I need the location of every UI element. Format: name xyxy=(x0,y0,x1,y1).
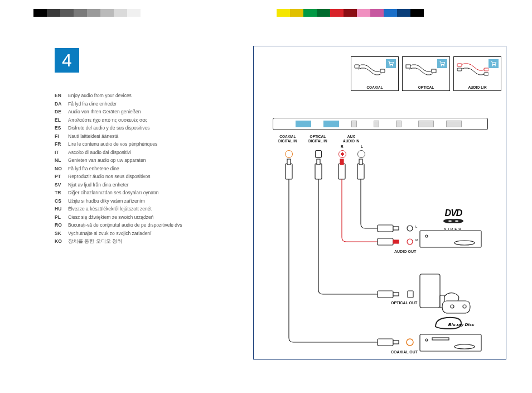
language-row: SKVychutnajte si zvuk zo svojich zariade… xyxy=(55,229,244,238)
svg-rect-36 xyxy=(440,295,444,308)
svg-rect-19 xyxy=(317,159,320,165)
svg-rect-26 xyxy=(357,164,364,179)
language-list: ENEnjoy audio from your devicesDAFå lyd … xyxy=(55,92,244,246)
optical-jack xyxy=(315,150,322,158)
language-text: Genieten van audio op uw apparaten xyxy=(68,156,146,165)
language-row: NLGenieten van audio op uw apparaten xyxy=(55,156,244,165)
language-code: EN xyxy=(55,92,68,100)
cart-icon xyxy=(437,59,447,68)
colorbar-swatch xyxy=(114,9,127,17)
cable-box-label: COAXIAL xyxy=(351,85,398,89)
language-code: SK xyxy=(55,229,68,238)
svg-rect-35 xyxy=(420,274,440,308)
svg-point-42 xyxy=(425,339,428,341)
colorbar-swatch xyxy=(60,9,74,17)
language-text: Užijte si hudbu díky vašim zařízením xyxy=(68,197,145,205)
language-row: SVNjut av ljud från dina enheter xyxy=(55,181,244,189)
cable-type-boxes: COAXIALOPTICALAUDIO L/R xyxy=(351,56,501,91)
language-code: FR xyxy=(55,140,68,148)
cart-icon xyxy=(386,59,396,68)
language-text: Reproduzir áudio nos seus dispositivos xyxy=(68,172,150,181)
svg-rect-22 xyxy=(338,164,345,179)
colorbar-swatch xyxy=(344,9,357,17)
cable-illustration xyxy=(456,60,489,82)
optical-out-label: OPTICAL OUT xyxy=(391,301,417,305)
colorbar-swatch xyxy=(290,9,303,17)
r-label: R xyxy=(341,145,344,149)
colorbar-swatch xyxy=(33,9,47,17)
language-text: Vychutnajte si zvuk zo svojich zariadení xyxy=(68,229,151,238)
language-text: Απολαύστε ήχο από τις συσκευές σας xyxy=(68,116,147,124)
manual-page: 4 ENEnjoy audio from your devicesDAFå ly… xyxy=(25,38,507,377)
language-row: ESDisfrute del audio y de sus dispositiv… xyxy=(55,124,244,132)
language-code: HU xyxy=(55,205,68,213)
language-row: TRDiğer cihazlarınızdan ses dosyaları oy… xyxy=(55,189,244,197)
dvd-l-label: L xyxy=(415,225,417,228)
language-row: KO장치를 통한 오디오 청취 xyxy=(55,237,244,246)
svg-rect-24 xyxy=(378,238,393,245)
svg-rect-29 xyxy=(393,227,399,230)
cable-box: OPTICAL xyxy=(402,56,450,91)
language-text: Få lyd fra enhetene dine xyxy=(68,165,119,173)
language-text: 장치를 통한 오디오 청취 xyxy=(68,237,122,246)
svg-rect-10 xyxy=(457,64,462,66)
language-code: NL xyxy=(55,156,68,165)
language-code: NO xyxy=(55,165,68,173)
optical-in-label: OPTICAL DIGITAL IN xyxy=(308,135,327,143)
aux-in-label: AUX AUDIO IN xyxy=(343,135,359,143)
language-code: EL xyxy=(55,116,68,124)
color-calibration-bar xyxy=(0,9,532,17)
soundbar-device xyxy=(273,118,488,130)
colorbar-swatch xyxy=(410,9,424,17)
svg-point-8 xyxy=(492,65,494,66)
dvd-r-label: R xyxy=(415,238,418,242)
language-row: ITAscolto di audio dai dispositivi xyxy=(55,148,244,157)
language-row: PLCiesz się dźwiękiem ze swoich urządzeń xyxy=(55,213,244,222)
language-row: ELΑπολαύστε ήχο από τις συσκευές σας xyxy=(55,116,244,124)
language-text: Njut av ljud från dina enheter xyxy=(68,181,129,189)
svg-rect-30 xyxy=(420,231,481,247)
colorbar-swatch xyxy=(277,9,290,17)
svg-rect-3 xyxy=(380,69,385,73)
svg-point-9 xyxy=(495,65,496,66)
svg-rect-40 xyxy=(420,334,481,351)
svg-rect-14 xyxy=(286,164,292,179)
language-code: DE xyxy=(55,108,68,116)
language-text: Bucurați-vă de conținutul audio de pe di… xyxy=(68,221,182,229)
aux-r-jack xyxy=(338,150,346,158)
svg-rect-25 xyxy=(393,240,399,243)
left-column: 4 ENEnjoy audio from your devicesDAFå ly… xyxy=(55,48,244,246)
svg-rect-28 xyxy=(378,225,393,232)
svg-point-44 xyxy=(407,339,413,346)
svg-rect-15 xyxy=(287,159,291,165)
svg-point-37 xyxy=(451,305,454,308)
language-text: Nauti laitteidesi äänestä xyxy=(68,132,118,141)
colorbar-swatch xyxy=(87,9,100,17)
language-code: TR xyxy=(55,189,68,197)
language-row: PTReproduzir áudio nos seus dispositivos xyxy=(55,172,244,181)
colorbar-swatch xyxy=(384,9,397,17)
svg-point-48 xyxy=(455,221,458,222)
language-code: PL xyxy=(55,213,68,222)
l-label: L xyxy=(361,145,363,149)
svg-rect-13 xyxy=(484,73,489,75)
language-row: CSUžijte si hudbu díky vašim zařízením xyxy=(55,197,244,205)
colorbar-swatch xyxy=(47,9,60,17)
language-code: PT xyxy=(55,172,68,181)
cart-icon xyxy=(489,59,499,68)
aux-l-jack xyxy=(357,150,365,158)
language-code: KO xyxy=(55,237,68,246)
language-code: CS xyxy=(55,197,68,205)
colorbar-swatch xyxy=(317,9,330,17)
svg-rect-20 xyxy=(378,291,393,298)
svg-rect-2 xyxy=(355,65,359,68)
language-text: Diğer cihazlarınızdan ses dosyaları oyna… xyxy=(68,189,159,197)
dvd-logo: DVD VIDEO xyxy=(442,208,465,231)
colorbar-swatch xyxy=(370,9,384,17)
colorbar-swatch xyxy=(0,9,33,17)
language-row: HUÉlvezze a készülékekről lejátszott zen… xyxy=(55,205,244,213)
cable-box: AUDIO L/R xyxy=(453,56,501,91)
bluray-logo: Blu-ray Disc xyxy=(433,315,478,327)
svg-rect-12 xyxy=(484,68,489,71)
colorbar-swatch xyxy=(74,9,87,17)
